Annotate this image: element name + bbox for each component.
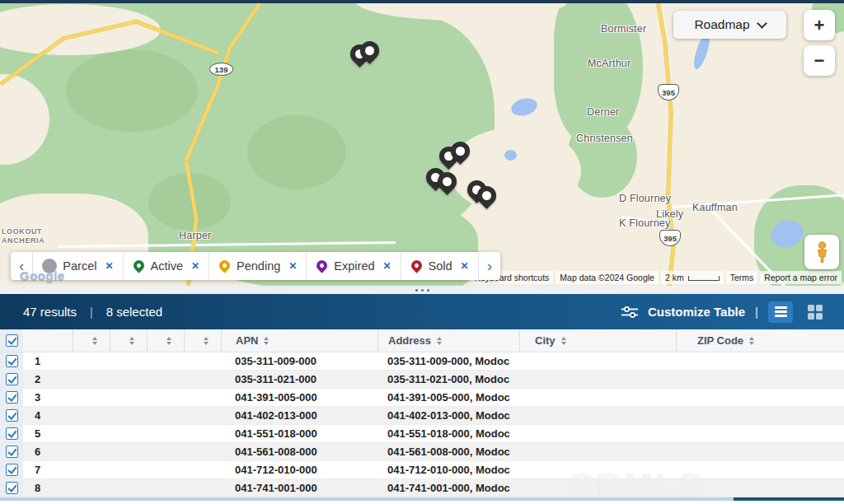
row-checkbox[interactable]	[6, 427, 18, 440]
city-cell	[519, 425, 676, 442]
grid-view-button[interactable]	[803, 301, 828, 323]
map-label-christensen: Christensen	[576, 133, 633, 144]
address-cell: 041-551-018-000, Modoc	[377, 425, 519, 442]
grid-view-icon	[808, 305, 823, 320]
address-cell: 041-561-008-000, Modoc	[377, 443, 519, 460]
horizontal-scrollbar[interactable]	[0, 497, 844, 501]
filter-chip-pending[interactable]: Pending ✕	[209, 252, 306, 280]
zip-cell	[676, 389, 844, 406]
apn-cell: 041-402-013-000	[221, 407, 377, 424]
zoom-in-button[interactable]: +	[804, 10, 835, 40]
row-checkbox[interactable]	[6, 409, 18, 422]
filter-chip-expired[interactable]: Expired ✕	[306, 252, 400, 280]
scrollbar-thumb[interactable]	[734, 497, 844, 501]
terms-link[interactable]: Terms	[726, 271, 758, 284]
apn-cell: 041-391-005-000	[221, 389, 377, 406]
apn-cell: 041-551-018-000	[221, 425, 377, 442]
zip-column-header[interactable]: ZIP Code	[676, 329, 844, 352]
table-row[interactable]: 4 041-402-013-000 041-402-013-000, Modoc	[0, 407, 844, 425]
apn-column-header[interactable]: APN	[221, 329, 377, 352]
pegman-streetview-button[interactable]	[804, 235, 839, 269]
city-cell	[519, 443, 676, 460]
results-toolbar: 47 results | 8 selected Customize Table …	[0, 294, 844, 329]
sort-column-3[interactable]	[147, 329, 184, 352]
map-terrain-beige	[449, 128, 581, 214]
map-canvas[interactable]: 139 395 395 Bormister McArthur Derner Ch…	[0, 0, 844, 286]
zip-cell	[676, 407, 844, 424]
table-row[interactable]: 7 041-712-010-000 041-712-010-000, Modoc	[0, 461, 844, 479]
map-label-lookout-rancheria: LOOKOUT ANCHERIA	[2, 227, 45, 245]
customize-table-button[interactable]: Customize Table	[648, 305, 745, 319]
map-label-bormister: Bormister	[601, 23, 646, 35]
filter-chip-bar: ‹ Parcel ✕ Active ✕ Pending ✕ Expired ✕	[11, 252, 500, 280]
filter-chip-active[interactable]: Active ✕	[123, 252, 209, 280]
route-shield-395: 395	[658, 84, 679, 100]
sort-icon[interactable]	[437, 337, 442, 345]
row-checkbox[interactable]	[6, 482, 18, 494]
map-label-mcarthur: McArthur	[588, 58, 631, 69]
zip-cell	[676, 443, 844, 460]
map-attribution: Keyboard shortcuts Map data ©2024 Google…	[471, 271, 842, 284]
address-cell: 035-311-009-000, Modoc	[377, 352, 519, 370]
sort-column-1[interactable]	[73, 329, 110, 352]
zip-cell	[676, 425, 844, 442]
city-cell	[519, 352, 676, 370]
map-highway-395	[655, 0, 667, 46]
report-map-error-link[interactable]: Report a map error	[760, 271, 842, 284]
map-highway-395	[667, 115, 673, 194]
table-row[interactable]: 3 041-391-005-000 041-391-005-000, Modoc	[0, 389, 844, 407]
map-label-derner: Derner	[587, 106, 619, 118]
table-row[interactable]: 6 041-561-008-000 041-561-008-000, Modoc	[0, 443, 844, 461]
app-root: 139 395 395 Bormister McArthur Derner Ch…	[0, 0, 844, 504]
window-top-edge	[0, 0, 844, 3]
row-checkbox[interactable]	[6, 446, 18, 458]
map-label-d-flourney: D Flourney	[619, 193, 671, 204]
apn-cell: 035-311-009-000	[221, 352, 377, 370]
address-cell: 041-741-001-000, Modoc	[377, 479, 519, 497]
sort-column-2[interactable]	[110, 329, 147, 352]
close-icon[interactable]: ✕	[288, 260, 297, 272]
city-column-header[interactable]: City	[519, 329, 676, 352]
separator: |	[755, 306, 758, 319]
sort-icon[interactable]	[749, 337, 754, 345]
filter-chip-sold[interactable]: Sold ✕	[401, 252, 478, 280]
sort-icon[interactable]	[92, 337, 97, 345]
apn-cell: 041-712-010-000	[221, 461, 377, 478]
sort-icon[interactable]	[561, 337, 566, 345]
table-row[interactable]: 2 035-311-021-000 035-311-021-000, Modoc	[0, 371, 844, 389]
sort-icon[interactable]	[129, 337, 134, 345]
table-row[interactable]: 5 041-551-018-000 041-551-018-000, Modoc	[0, 425, 844, 443]
zip-cell	[676, 461, 844, 478]
chevron-down-icon	[757, 18, 767, 29]
chips-next-button[interactable]: ›	[478, 252, 500, 280]
sliders-icon	[621, 306, 638, 319]
address-cell: 035-311-021-000, Modoc	[377, 371, 519, 388]
panel-resize-handle[interactable]	[0, 286, 844, 294]
row-checkbox[interactable]	[6, 355, 18, 367]
city-cell	[519, 371, 676, 388]
select-all-checkbox[interactable]	[6, 334, 18, 347]
address-column-header[interactable]: Address	[377, 329, 519, 352]
row-checkbox[interactable]	[6, 464, 18, 476]
row-checkbox[interactable]	[6, 391, 18, 404]
zoom-out-button[interactable]: −	[804, 45, 835, 76]
apn-cell: 041-741-001-000	[221, 479, 377, 497]
zip-cell	[676, 479, 844, 497]
sort-icon[interactable]	[264, 337, 269, 345]
map-data-label: Map data ©2024 Google	[556, 271, 659, 284]
scale-bar	[688, 276, 720, 281]
close-icon[interactable]: ✕	[105, 260, 113, 272]
sort-icon[interactable]	[166, 337, 171, 345]
map-label-harper: Harper	[179, 230, 211, 241]
city-cell	[519, 461, 676, 478]
close-icon[interactable]: ✕	[461, 260, 469, 272]
close-icon[interactable]: ✕	[191, 260, 199, 272]
table-row[interactable]: 1 035-311-009-000 035-311-009-000, Modoc	[0, 352, 844, 371]
sort-column-4[interactable]	[184, 329, 221, 352]
map-type-button[interactable]: Roadmap	[673, 11, 786, 39]
row-checkbox[interactable]	[6, 373, 18, 385]
list-view-button[interactable]	[768, 301, 793, 323]
sort-icon[interactable]	[204, 337, 209, 345]
close-icon[interactable]: ✕	[383, 260, 392, 272]
table-row[interactable]: 8 041-741-001-000 041-741-001-000, Modoc	[0, 479, 844, 497]
